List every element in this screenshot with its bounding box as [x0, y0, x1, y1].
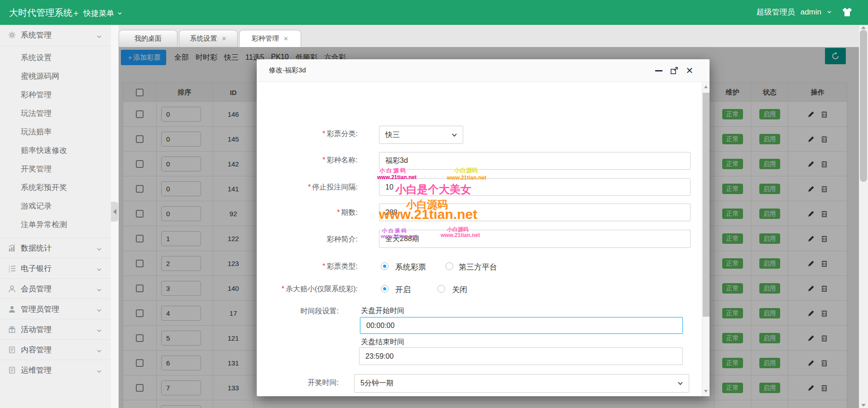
chevron-down-icon: [677, 380, 683, 386]
field-label-intro: 彩种简介:: [267, 235, 358, 244]
theme-shirt-icon[interactable]: [842, 7, 853, 17]
ordered-list-icon: 123: [8, 265, 16, 272]
quick-menu-button[interactable]: ＋ 快捷菜单: [72, 7, 122, 19]
sidebar-subitem[interactable]: 注单异常检测: [0, 215, 111, 234]
tab-label: 我的桌面: [134, 34, 162, 43]
sidebar-subitem[interactable]: 玩法赔率: [0, 123, 111, 141]
close-end-time-label: 关盘结束时间: [361, 337, 404, 347]
chevron-down-icon: [96, 327, 102, 332]
sidebar-item-1[interactable]: 数据统计: [0, 237, 111, 258]
field-label-category: *彩票分类:: [267, 129, 358, 139]
sidebar-item-3[interactable]: 会员管理: [0, 278, 111, 299]
sidebar-item-7[interactable]: 运维管理: [0, 360, 111, 380]
sidebar-item-label: 会员管理: [21, 284, 52, 294]
document-icon: [8, 346, 16, 354]
scroll-up-icon[interactable]: [704, 85, 708, 88]
edit-lottery-modal: 修改-福彩3d ✕ *彩票分类: 快三 *彩种名称: *停止投注间隔:: [257, 59, 710, 396]
sidebar-subitem[interactable]: 系统彩预开奖: [0, 178, 111, 197]
field-label-stop-interval: *停止投注间隔:: [267, 183, 358, 192]
category-select[interactable]: 快三: [379, 126, 463, 144]
scroll-down-icon[interactable]: [861, 404, 866, 407]
user-outline-icon: [8, 285, 16, 293]
radio-third-party[interactable]: [446, 262, 453, 270]
top-bar: 大时代管理系统 ＋ 快捷菜单 超级管理员 admin: [0, 0, 868, 25]
periods-input[interactable]: [379, 204, 691, 221]
chevron-down-icon: [96, 266, 102, 271]
sidebar-item-2[interactable]: 123电子银行: [0, 258, 111, 278]
sidebar-item-label: 电子银行: [21, 263, 52, 274]
tab-close-icon[interactable]: ✕: [222, 35, 227, 42]
sidebar-subitem[interactable]: 开奖管理: [0, 160, 111, 178]
chevron-down-icon: [117, 11, 122, 16]
sidebar-gap: [111, 25, 119, 408]
scroll-up-icon[interactable]: [861, 26, 866, 29]
sidebar-subitem[interactable]: 系统设置: [0, 48, 111, 67]
draw-time-select[interactable]: 5分钟一期: [354, 374, 689, 393]
intro-input[interactable]: [379, 230, 691, 248]
radio-label-kill-on[interactable]: 开启: [395, 285, 411, 295]
sidebar-item-6[interactable]: 内容管理: [0, 339, 111, 360]
sidebar-item-5[interactable]: 活动管理: [0, 319, 111, 339]
chevron-down-icon: [96, 367, 102, 373]
minimize-button[interactable]: [654, 66, 663, 75]
sidebar-submenu: 系统设置蜜桃源码网彩种管理玩法管理玩法赔率赔率快速修改开奖管理系统彩预开奖游戏记…: [0, 45, 111, 237]
chevron-down-icon: [451, 132, 457, 138]
tab-system-settings[interactable]: 系统设置 ✕: [179, 30, 238, 47]
tab-bar: 我的桌面 系统设置 ✕ 彩种管理 ✕: [119, 25, 859, 47]
radio-system-lottery[interactable]: [381, 262, 388, 270]
maximize-icon: [670, 66, 678, 75]
gift-icon: [8, 326, 16, 333]
radio-label-third-party[interactable]: 第三方平台: [459, 262, 497, 272]
close-start-time-input[interactable]: [360, 317, 683, 334]
minimize-icon: [655, 70, 662, 71]
sidebar-item-label: 运维管理: [21, 365, 52, 375]
username-menu[interactable]: admin: [801, 8, 821, 17]
gear-icon: [8, 31, 16, 39]
bar-chart-icon: [8, 244, 16, 252]
sidebar: 系统管理系统设置蜜桃源码网彩种管理玩法管理玩法赔率赔率快速修改开奖管理系统彩预开…: [0, 25, 111, 408]
page-scrollbar-thumb[interactable]: [860, 30, 867, 182]
user-role: 超级管理员: [757, 7, 795, 17]
radio-kill-on[interactable]: [381, 285, 388, 293]
tab-lottery-management[interactable]: 彩种管理 ✕: [239, 30, 301, 47]
sidebar-item-0[interactable]: 系统管理: [0, 25, 111, 45]
arrow-left-icon: [113, 209, 116, 214]
sidebar-subitem[interactable]: 蜜桃源码网: [0, 67, 111, 85]
category-select-value: 快三: [385, 130, 400, 140]
chevron-down-icon: [96, 306, 102, 312]
modal-body: *彩票分类: 快三 *彩种名称: *停止投注间隔: *期数: 彩种简介: *彩票…: [257, 82, 710, 396]
user-solid-icon: [8, 305, 16, 313]
close-end-time-input[interactable]: [359, 347, 683, 365]
field-label-draw-time: 开奖时间:: [257, 378, 339, 388]
close-button[interactable]: ✕: [685, 66, 694, 75]
sidebar-subitem[interactable]: 彩种管理: [0, 85, 111, 104]
stop-interval-input[interactable]: [379, 178, 691, 196]
page-scrollbar[interactable]: [859, 25, 868, 408]
radio-label-system-lottery[interactable]: 系统彩票: [395, 262, 426, 272]
modal-scrollbar[interactable]: [702, 82, 710, 396]
field-label-kill-mode: *杀大赔小(仅限系统彩):: [267, 285, 358, 294]
radio-label-kill-off[interactable]: 关闭: [452, 285, 467, 295]
chevron-down-icon: [827, 9, 832, 14]
tab-label: 系统设置: [190, 34, 217, 43]
sidebar-item-label: 系统管理: [21, 30, 52, 40]
field-label-time-range: 时间段设置:: [257, 307, 339, 316]
modal-scrollbar-thumb[interactable]: [703, 93, 710, 317]
scroll-down-icon[interactable]: [704, 390, 708, 393]
sidebar-item-label: 内容管理: [21, 345, 52, 355]
sidebar-collapse-handle[interactable]: [111, 202, 118, 222]
maximize-button[interactable]: [670, 66, 679, 75]
sidebar-subitem[interactable]: 游戏记录: [0, 197, 111, 215]
modal-title: 修改-福彩3d: [269, 66, 306, 75]
app-title: 大时代管理系统: [9, 7, 72, 19]
tab-label: 彩种管理: [252, 34, 279, 43]
field-label-periods: *期数:: [267, 208, 358, 218]
sidebar-subitem[interactable]: 赔率快速修改: [0, 141, 111, 160]
sidebar-subitem[interactable]: 玩法管理: [0, 104, 111, 123]
radio-kill-off[interactable]: [437, 285, 445, 293]
sidebar-item-4[interactable]: 管理员管理: [0, 299, 111, 319]
tab-close-icon[interactable]: ✕: [283, 35, 288, 42]
field-label-ticket-type: *彩票类型:: [267, 262, 358, 271]
tab-my-desktop[interactable]: 我的桌面: [119, 30, 177, 47]
name-input[interactable]: [379, 152, 691, 170]
